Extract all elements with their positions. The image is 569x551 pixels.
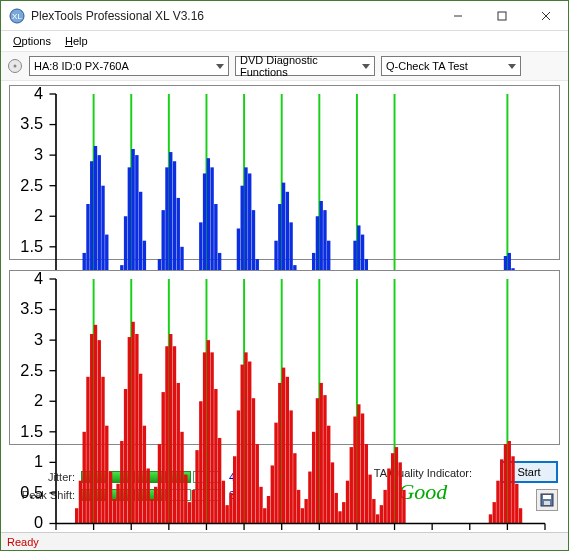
svg-rect-292 xyxy=(353,417,356,524)
svg-rect-301 xyxy=(387,468,390,523)
statusbar: Ready xyxy=(1,532,568,550)
chart-bottom: 00.511.522.533.5423456789101112131415 xyxy=(9,270,560,445)
function-select[interactable]: DVD Diagnostic Functions xyxy=(235,56,375,76)
svg-rect-259 xyxy=(229,493,232,524)
svg-rect-313 xyxy=(515,484,518,524)
svg-rect-226 xyxy=(105,426,108,524)
chart-bottom-plot: 00.511.522.533.5423456789101112131415 xyxy=(56,279,545,524)
svg-rect-239 xyxy=(154,487,157,524)
svg-rect-238 xyxy=(150,499,153,523)
svg-rect-256 xyxy=(218,438,221,524)
svg-text:3: 3 xyxy=(34,145,43,163)
svg-rect-287 xyxy=(335,493,338,524)
svg-rect-273 xyxy=(282,368,285,524)
svg-rect-304 xyxy=(398,462,401,523)
svg-rect-230 xyxy=(120,441,123,524)
svg-rect-311 xyxy=(508,441,511,524)
maximize-button[interactable] xyxy=(480,1,524,30)
svg-rect-227 xyxy=(109,472,112,524)
svg-rect-291 xyxy=(350,447,353,523)
menubar: Optionsdocument.currentScript.previousEl… xyxy=(1,31,568,51)
svg-rect-279 xyxy=(304,499,307,523)
svg-rect-221 xyxy=(86,377,89,524)
svg-rect-293 xyxy=(357,404,360,523)
svg-rect-265 xyxy=(252,398,255,523)
svg-rect-286 xyxy=(331,462,334,523)
svg-rect-232 xyxy=(128,337,131,523)
svg-rect-257 xyxy=(222,481,225,524)
chart-top: 00.511.522.533.5423456789101112131415 xyxy=(9,85,560,260)
svg-rect-233 xyxy=(131,322,134,524)
svg-rect-276 xyxy=(293,453,296,523)
svg-rect-260 xyxy=(233,456,236,523)
svg-rect-252 xyxy=(203,352,206,523)
drive-icon xyxy=(7,58,23,74)
svg-rect-306 xyxy=(489,514,492,523)
svg-rect-296 xyxy=(368,475,371,524)
svg-rect-247 xyxy=(184,475,187,524)
drive-select[interactable]: HA:8 ID:0 PX-760A xyxy=(29,56,229,76)
svg-text:3.5: 3.5 xyxy=(20,114,43,132)
svg-rect-284 xyxy=(323,395,326,523)
svg-rect-271 xyxy=(274,423,277,524)
svg-text:2.5: 2.5 xyxy=(20,176,43,194)
svg-rect-229 xyxy=(116,484,119,524)
svg-rect-300 xyxy=(383,490,386,524)
svg-text:4: 4 xyxy=(34,84,43,102)
svg-rect-282 xyxy=(316,398,319,523)
svg-text:3: 3 xyxy=(34,330,43,348)
titlebar: XL PlexTools Professional XL V3.16 xyxy=(1,1,568,31)
svg-rect-305 xyxy=(402,490,405,524)
svg-rect-248 xyxy=(188,502,191,523)
svg-rect-274 xyxy=(286,377,289,524)
svg-rect-244 xyxy=(173,346,176,523)
svg-rect-223 xyxy=(94,325,97,524)
menu-help[interactable]: Helpdocument.currentScript.previousEleme… xyxy=(59,33,94,49)
window-title: PlexTools Professional XL V3.16 xyxy=(31,9,436,23)
svg-rect-270 xyxy=(271,465,274,523)
svg-rect-298 xyxy=(376,514,379,523)
drive-select-value: HA:8 ID:0 PX-760A xyxy=(34,60,129,72)
svg-rect-236 xyxy=(143,426,146,524)
svg-rect-310 xyxy=(504,444,507,523)
svg-rect-285 xyxy=(327,426,330,524)
svg-text:0.5: 0.5 xyxy=(20,483,43,501)
svg-text:1.5: 1.5 xyxy=(20,422,43,440)
test-select[interactable]: Q-Check TA Test xyxy=(381,56,521,76)
svg-rect-264 xyxy=(248,362,251,524)
svg-text:4: 4 xyxy=(34,269,43,287)
svg-rect-254 xyxy=(210,352,213,523)
menu-options[interactable]: Optionsdocument.currentScript.previousEl… xyxy=(7,33,57,49)
svg-rect-255 xyxy=(214,389,217,523)
svg-rect-224 xyxy=(98,340,101,523)
toolbar: HA:8 ID:0 PX-760A DVD Diagnostic Functio… xyxy=(1,51,568,81)
svg-rect-314 xyxy=(519,508,522,523)
svg-rect-222 xyxy=(90,334,93,523)
svg-rect-272 xyxy=(278,383,281,524)
svg-rect-231 xyxy=(124,389,127,523)
close-button[interactable] xyxy=(524,1,568,30)
svg-rect-302 xyxy=(391,453,394,523)
svg-text:2: 2 xyxy=(34,391,43,409)
svg-rect-246 xyxy=(180,432,183,524)
svg-rect-288 xyxy=(338,511,341,523)
svg-rect-243 xyxy=(169,334,172,523)
minimize-button[interactable] xyxy=(436,1,480,30)
svg-rect-261 xyxy=(237,410,240,523)
svg-text:3.5: 3.5 xyxy=(20,299,43,317)
svg-rect-249 xyxy=(192,490,195,524)
app-icon: XL xyxy=(9,8,25,24)
svg-rect-309 xyxy=(500,459,503,523)
function-select-value: DVD Diagnostic Functions xyxy=(240,54,356,78)
svg-point-7 xyxy=(14,65,17,68)
svg-rect-235 xyxy=(139,374,142,524)
svg-rect-218 xyxy=(75,508,78,523)
svg-rect-267 xyxy=(259,487,262,524)
svg-rect-237 xyxy=(146,468,149,523)
svg-rect-295 xyxy=(365,444,368,523)
svg-rect-289 xyxy=(342,502,345,523)
svg-text:0: 0 xyxy=(34,513,43,531)
svg-rect-269 xyxy=(267,496,270,524)
svg-rect-290 xyxy=(346,481,349,524)
svg-rect-251 xyxy=(199,401,202,523)
